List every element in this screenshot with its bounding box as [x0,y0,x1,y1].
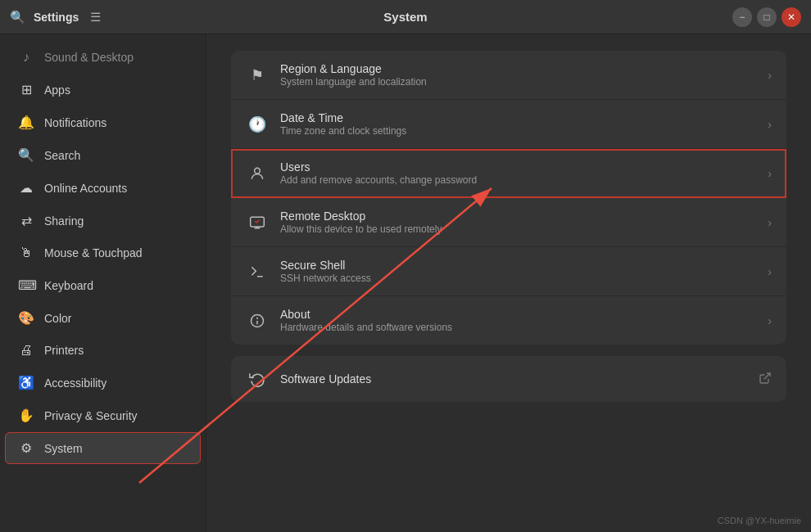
mouse-icon: 🖱 [18,246,34,260]
date-time-subtitle: Time zone and clock settings [280,125,756,137]
users-row[interactable]: Users Add and remove accounts, change pa… [231,149,786,198]
date-time-title: Date & Time [280,111,756,124]
sidebar-item-accessibility[interactable]: ♿ Accessibility [5,367,201,399]
software-updates-title: Software Updates [280,372,747,385]
sidebar-label-sharing: Sharing [44,214,84,228]
sidebar-item-system[interactable]: ⚙ System [5,432,201,464]
users-chevron: › [768,167,772,180]
remote-desktop-row[interactable]: Remote Desktop Allow this device to be u… [231,198,786,247]
remote-desktop-subtitle: Allow this device to be used remotely [280,223,756,235]
users-title: Users [280,160,756,174]
window-title: System [383,10,427,24]
about-row[interactable]: About Hardware details and software vers… [231,296,786,345]
secure-shell-title: Secure Shell [280,259,756,272]
main-layout: ♪ Sound & Desktop ⊞ Apps 🔔 Notifications… [0,34,811,532]
sidebar-label-online-accounts: Online Accounts [44,182,127,195]
date-time-row[interactable]: 🕐 Date & Time Time zone and clock settin… [231,100,786,149]
region-language-title: Region & Language [280,62,756,75]
software-updates-row[interactable]: Software Updates [231,356,786,402]
sidebar-item-color[interactable]: 🎨 Color [5,302,201,334]
accessibility-icon: ♿ [18,375,34,390]
secure-shell-row[interactable]: Secure Shell SSH network access › [231,247,786,296]
search-sidebar-icon: 🔍 [18,147,34,163]
minimize-button[interactable]: − [732,7,752,27]
region-language-subtitle: System language and localization [280,76,756,88]
sidebar-label-color: Color [44,312,71,325]
sidebar-label-accessibility: Accessibility [44,376,106,390]
region-language-text: Region & Language System language and lo… [280,62,756,88]
system-settings-group: ⚑ Region & Language System language and … [231,51,786,345]
region-language-icon: ⚑ [246,64,269,87]
about-chevron: › [768,314,772,327]
sidebar-item-sound-desktop[interactable]: ♪ Sound & Desktop [5,42,201,73]
system-icon: ⚙ [18,440,34,456]
menu-icon[interactable]: ☰ [90,10,101,25]
sidebar-label-sound-desktop: Sound & Desktop [44,51,134,64]
users-subtitle: Add and remove accounts, change password [280,174,756,186]
titlebar-left: 🔍 Settings ☰ [10,10,101,25]
date-time-text: Date & Time Time zone and clock settings [280,111,756,137]
software-updates-icon [246,367,269,390]
sharing-icon: ⇄ [18,213,34,228]
about-icon [246,309,269,332]
secure-shell-chevron: › [768,265,772,278]
sidebar-label-mouse-touchpad: Mouse & Touchpad [44,246,143,259]
secure-shell-text: Secure Shell SSH network access [280,259,756,284]
sidebar-item-notifications[interactable]: 🔔 Notifications [5,106,201,138]
secure-shell-subtitle: SSH network access [280,273,756,284]
software-updates-text: Software Updates [280,372,747,385]
sidebar-item-printers[interactable]: 🖨 Printers [5,335,201,366]
svg-point-0 [255,168,261,174]
maximize-button[interactable]: □ [757,7,777,27]
content-area: ⚑ Region & Language System language and … [206,34,811,532]
window-controls: − □ ✕ [732,7,801,27]
users-icon [246,162,269,185]
sidebar-item-apps[interactable]: ⊞ Apps [5,74,201,106]
date-time-chevron: › [768,118,772,131]
region-language-row[interactable]: ⚑ Region & Language System language and … [231,51,786,100]
sidebar-item-online-accounts[interactable]: ☁ Online Accounts [5,172,201,204]
remote-desktop-icon [246,211,269,234]
sidebar-item-sharing[interactable]: ⇄ Sharing [5,205,201,237]
remote-desktop-text: Remote Desktop Allow this device to be u… [280,210,756,235]
about-title: About [280,308,756,321]
sidebar-label-search: Search [44,149,80,162]
sidebar-item-search[interactable]: 🔍 Search [5,139,201,171]
sidebar-item-privacy-security[interactable]: ✋ Privacy & Security [5,399,201,431]
svg-line-6 [764,373,770,379]
sidebar-label-system: System [44,442,83,455]
region-language-chevron: › [768,69,772,82]
online-accounts-icon: ☁ [18,180,34,196]
sound-desktop-icon: ♪ [18,50,34,65]
about-subtitle: Hardware details and software versions [280,322,756,333]
date-time-icon: 🕐 [246,113,269,136]
sidebar-item-mouse-touchpad[interactable]: 🖱 Mouse & Touchpad [5,237,201,268]
privacy-icon: ✋ [18,408,34,423]
sidebar-label-notifications: Notifications [44,116,106,129]
app-title: Settings [34,11,79,24]
sidebar-label-apps: Apps [44,83,70,97]
watermark: CSDN @YX-hueimie [718,516,801,525]
color-icon: 🎨 [18,310,34,326]
sidebar-label-privacy-security: Privacy & Security [44,409,138,422]
sidebar-label-printers: Printers [44,344,84,357]
users-text: Users Add and remove accounts, change pa… [280,160,756,186]
sidebar: ♪ Sound & Desktop ⊞ Apps 🔔 Notifications… [0,34,206,532]
keyboard-icon: ⌨ [18,277,34,293]
apps-icon: ⊞ [18,82,34,97]
close-button[interactable]: ✕ [782,7,801,27]
search-icon[interactable]: 🔍 [10,10,25,25]
notifications-icon: 🔔 [18,115,34,130]
printers-icon: 🖨 [18,343,34,358]
titlebar: 🔍 Settings ☰ System − □ ✕ [0,0,811,34]
remote-desktop-title: Remote Desktop [280,210,756,223]
about-text: About Hardware details and software vers… [280,308,756,333]
secure-shell-icon [246,260,269,283]
software-updates-group: Software Updates [231,356,786,402]
sidebar-item-keyboard[interactable]: ⌨ Keyboard [5,269,201,301]
software-updates-external [759,372,772,387]
sidebar-label-keyboard: Keyboard [44,279,93,292]
remote-desktop-chevron: › [768,216,772,229]
